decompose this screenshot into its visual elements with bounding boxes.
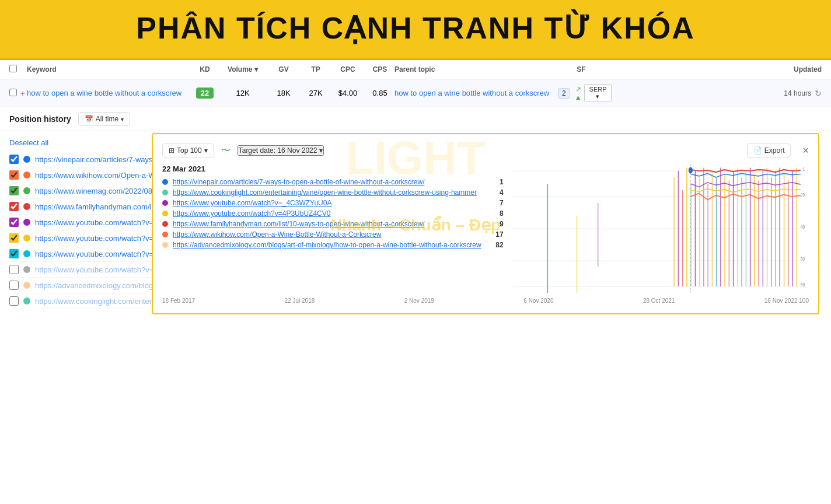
dot-indicator	[162, 242, 168, 248]
top100-filter-button[interactable]: ⊞ Top 100 ▾	[162, 144, 214, 158]
select-all-checkbox[interactable]	[9, 65, 17, 72]
url-color-dot	[23, 250, 30, 257]
dropdown-arrow-icon: ▾	[121, 116, 124, 123]
tooltip-row: https://www.youtube.com/watch?v=4P3UbUZ4…	[162, 209, 504, 218]
tooltip-row: https://www.wikihow.com/Open-a-Wine-Bott…	[162, 230, 504, 239]
svg-rect-35	[767, 168, 767, 287]
calendar-icon: 📅	[85, 115, 93, 123]
tooltip-row: https://www.youtube.com/watch?v=_4C3WZYu…	[162, 199, 504, 207]
tooltip-position: 1	[486, 178, 504, 186]
export-icon: 📄	[753, 146, 762, 155]
dot-indicator	[162, 232, 168, 237]
tp-cell: 27K	[301, 89, 330, 97]
alltime-filter-button[interactable]: 📅 All time ▾	[78, 112, 130, 126]
header-banner: PHÂN TÍCH CẠNH TRANH TỪ KHÓA	[0, 0, 831, 60]
svg-rect-10	[547, 184, 548, 293]
top100-arrow-icon: ▾	[204, 146, 208, 155]
col-tp-header: TP	[301, 65, 330, 74]
url-checkbox[interactable]	[9, 265, 19, 274]
tooltip-row: https://www.familyhandyman.com/list/10-w…	[162, 220, 504, 228]
svg-text:80: 80	[800, 281, 805, 288]
timeline-label-6: 16 Nov 2022 100	[764, 298, 809, 304]
svg-rect-12	[598, 203, 598, 267]
svg-rect-28	[737, 168, 738, 287]
svg-rect-29	[741, 177, 742, 286]
svg-rect-22	[711, 171, 712, 286]
col-sf-header: SF	[558, 65, 605, 74]
tooltip-position: 8	[486, 209, 504, 218]
export-button[interactable]: 📄 Export	[747, 144, 791, 158]
dot-indicator	[162, 179, 168, 185]
url-checkbox[interactable]	[9, 296, 19, 306]
svg-rect-11	[576, 216, 577, 293]
svg-rect-33	[758, 181, 759, 287]
gv-cell: 18K	[266, 89, 301, 97]
position-chart: 1 20 40 60 80	[513, 164, 809, 293]
tooltip-position: 4	[486, 188, 504, 197]
url-checkbox[interactable]	[9, 186, 19, 195]
url-checkbox[interactable]	[9, 218, 19, 227]
tooltip-url-link[interactable]: https://advancedmixology.com/blogs/art-o…	[173, 241, 481, 249]
timeline-label-4: 6 Nov 2020	[523, 298, 553, 304]
url-checkbox[interactable]	[9, 249, 19, 258]
url-checkbox[interactable]	[9, 155, 19, 164]
col-cps-header: CPS	[365, 65, 394, 74]
url-color-dot	[23, 203, 30, 210]
keyword-link[interactable]: how to open a wine bottle without a cork…	[27, 89, 181, 97]
chart-popup-header: ⊞ Top 100 ▾ 〜 Target date: 16 Nov 2022 ▾…	[162, 144, 809, 158]
export-label: Export	[764, 146, 785, 155]
url-color-dot	[23, 298, 30, 304]
url-checkbox[interactable]	[9, 233, 19, 243]
svg-rect-16	[686, 168, 687, 287]
timeline-label-3: 2 Nov 2019	[404, 298, 434, 304]
svg-rect-34	[762, 171, 763, 286]
tooltip-url-link[interactable]: https://vinepair.com/articles/7-ways-to-…	[173, 178, 481, 186]
kd-badge: 22	[196, 88, 214, 99]
svg-rect-18	[694, 171, 695, 286]
dot-indicator	[162, 190, 168, 195]
svg-text:40: 40	[800, 223, 805, 230]
row-checkbox[interactable]	[9, 89, 17, 96]
tooltip-url-link[interactable]: https://www.cookinglight.com/entertainin…	[173, 188, 481, 197]
target-date-button[interactable]: Target date: 16 Nov 2022 ▾	[238, 145, 324, 156]
grid-icon: ⊞	[169, 146, 174, 155]
svg-rect-23	[716, 177, 717, 286]
svg-rect-32	[754, 174, 755, 287]
svg-rect-25	[724, 174, 725, 287]
alltime-label: All time	[96, 115, 118, 123]
tooltip-url-link[interactable]: https://www.youtube.com/watch?v=4P3UbUZ4…	[173, 209, 481, 218]
url-checkbox[interactable]	[9, 202, 19, 211]
serp-button[interactable]: SERP ▾	[584, 84, 612, 102]
volume-cell: 12K	[219, 89, 266, 97]
svg-rect-41	[792, 171, 792, 286]
url-color-dot	[23, 266, 30, 273]
svg-rect-13	[673, 177, 674, 286]
tooltip-position: 82	[486, 241, 504, 249]
url-checkbox[interactable]	[9, 170, 19, 180]
tooltip-row: https://vinepair.com/articles/7-ways-to-…	[162, 178, 504, 186]
parent-topic-link[interactable]: how to open a wine bottle without a cork…	[394, 89, 549, 97]
position-history-bar: Position history 📅 All time ▾	[0, 107, 831, 131]
url-checkbox[interactable]	[9, 281, 19, 290]
svg-rect-15	[682, 190, 683, 286]
tooltip-url-link[interactable]: https://www.wikihow.com/Open-a-Wine-Bott…	[173, 230, 481, 239]
tooltip-row: https://advancedmixology.com/blogs/art-o…	[162, 241, 504, 249]
tooltip-date: 22 Mar 2021	[162, 164, 504, 173]
url-color-dot	[23, 172, 30, 178]
tooltip-url-link[interactable]: https://www.youtube.com/watch?v=_4C3WZYu…	[173, 199, 481, 207]
timeline-label-2: 22 Jul 2018	[285, 298, 315, 304]
svg-text:60: 60	[800, 256, 805, 262]
refresh-icon[interactable]: ↻	[815, 89, 822, 98]
tooltip-url-link[interactable]: https://www.familyhandyman.com/list/10-w…	[173, 220, 481, 228]
top100-label: Top 100	[177, 146, 202, 155]
svg-text:20: 20	[800, 191, 805, 198]
svg-rect-27	[733, 171, 734, 286]
dot-indicator	[162, 221, 168, 227]
col-parent-header: Parent topic	[394, 65, 558, 74]
position-history-label: Position history	[9, 114, 71, 124]
tooltip-position: 9	[486, 220, 504, 228]
close-chart-button[interactable]: ×	[802, 145, 809, 157]
updated-text: 14 hours	[784, 89, 811, 97]
col-volume-header[interactable]: Volume ▾	[219, 65, 266, 74]
tooltip-row: https://www.cookinglight.com/entertainin…	[162, 188, 504, 197]
